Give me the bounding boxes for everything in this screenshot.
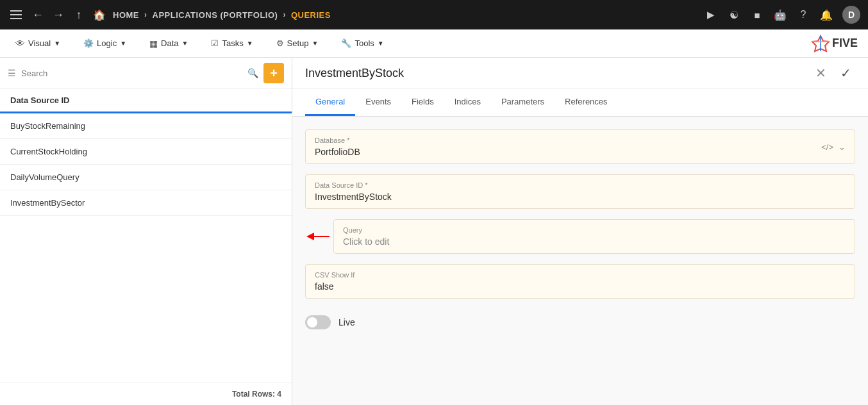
setup-chevron: ▼ [312,40,319,47]
csvshowif-field-box: CSV Show If false [305,264,855,299]
tools-chevron: ▼ [378,40,384,47]
hamburger-icon[interactable] [8,8,24,22]
code-icon[interactable]: </> [821,142,833,152]
live-label: Live [338,317,355,327]
tab-general[interactable]: General [305,89,355,116]
forward-icon[interactable]: → [51,8,65,22]
visual-icon: 👁 [15,38,25,49]
tasks-chevron: ▼ [247,40,253,47]
add-button[interactable]: + [263,63,284,83]
live-toggle[interactable] [305,315,331,329]
search-input[interactable] [21,69,242,78]
logic-icon: ⚙️ [83,38,94,48]
tab-events[interactable]: Events [355,89,401,116]
top-nav: ← → ↑ 🏠 HOME › APPLICATIONS (PORTFOLIO) … [0,0,868,29]
breadcrumb-applications[interactable]: APPLICATIONS (PORTFOLIO) [153,10,278,20]
csvshowif-label: CSV Show If [315,271,846,279]
setup-icon: ⚙ [276,38,284,48]
robot-icon[interactable]: 🤖 [773,8,787,22]
logic-chevron: ▼ [120,40,126,47]
database-value: PortfolioDB [315,147,360,157]
breadcrumb-chevron-2: › [283,10,286,19]
main-layout: ☰ 🔍 + Data Source ID BuyStockRemaining C… [0,58,868,405]
five-logo-icon [812,35,830,53]
menu-visual[interactable]: 👁 Visual ▼ [10,35,65,51]
content-area: InvestmentByStock ✕ ✓ General Events Fie… [292,58,868,405]
content-header: InvestmentByStock ✕ ✓ [292,58,868,89]
csvshowif-field: CSV Show If false [305,264,855,299]
datasourceid-value: InvestmentByStock [315,192,392,202]
query-click-hint[interactable]: Click to edit [343,236,389,247]
filter-icon: ☰ [8,68,16,78]
menu-tasks[interactable]: ☑ Tasks ▼ [206,36,258,51]
visual-chevron: ▼ [54,40,60,47]
tab-references[interactable]: References [555,89,617,116]
content-header-actions: ✕ ✓ [812,64,855,82]
menu-bar: 👁 Visual ▼ ⚙️ Logic ▼ ▦ Data ▼ ☑ Tasks ▼… [0,29,868,58]
list-item[interactable]: CurrentStockHolding [0,139,292,165]
live-row: Live [305,309,855,336]
database-field: Database * PortfolioDB </> ⌄ [305,129,855,164]
tools-icon: 🔧 [341,38,351,48]
menu-logic[interactable]: ⚙️ Logic ▼ [78,36,131,51]
query-field-row: Query Click to edit [305,219,855,254]
list-item[interactable]: BuyStockRemaining [0,113,292,139]
data-chevron: ▼ [182,40,188,47]
five-brand-text: FIVE [832,37,858,50]
content-title: InvestmentByStock [305,67,804,80]
form-area: Database * PortfolioDB </> ⌄ Data Source… [292,117,868,405]
back-icon[interactable]: ← [31,8,45,22]
toggle-slider [305,315,331,329]
dropdown-icon[interactable]: ⌄ [839,142,846,152]
database-field-box: Database * PortfolioDB </> ⌄ [305,129,855,164]
list-item[interactable]: DailyVolumeQuery [0,165,292,190]
breadcrumb: HOME › APPLICATIONS (PORTFOLIO) › QUERIE… [113,10,331,20]
bell-icon[interactable]: 🔔 [819,8,833,22]
five-logo: FIVE [812,35,858,53]
datasourceid-field: Data Source ID * InvestmentByStock [305,174,855,209]
datasourceid-label: Data Source ID * [315,181,846,189]
datasourceid-field-box: Data Source ID * InvestmentByStock [305,174,855,209]
tabs: General Events Fields Indices Parameters… [292,89,868,117]
database-label: Database * [315,136,360,144]
query-arrow-container [305,227,331,246]
refresh-icon[interactable]: ☯ [727,8,741,22]
list-item[interactable]: InvestmentBySector [0,190,292,216]
menu-setup[interactable]: ⚙ Setup ▼ [271,36,324,51]
query-red-arrow [305,227,331,246]
menu-bar-left: 👁 Visual ▼ ⚙️ Logic ▼ ▦ Data ▼ ☑ Tasks ▼… [10,35,389,51]
menu-tools[interactable]: 🔧 Tools ▼ [336,36,388,51]
stop-icon[interactable]: ■ [750,8,764,22]
help-icon[interactable]: ? [796,8,810,22]
play-icon[interactable]: ▶ [704,8,718,22]
nav-left: ← → ↑ 🏠 HOME › APPLICATIONS (PORTFOLIO) … [8,8,699,22]
search-icon[interactable]: 🔍 [247,68,258,78]
sidebar-header: ☰ 🔍 + [0,58,292,89]
data-icon: ▦ [149,38,158,49]
breadcrumb-chevron-1: › [144,10,147,19]
tasks-icon: ☑ [211,38,219,48]
up-icon[interactable]: ↑ [72,8,86,22]
database-field-actions: </> ⌄ [821,142,846,152]
query-label: Query [343,226,846,234]
query-field-box[interactable]: Query Click to edit [333,219,855,254]
breadcrumb-home[interactable]: HOME [113,10,139,20]
csvshowif-value: false [315,281,334,292]
sidebar-col-header: Data Source ID [0,89,292,113]
tab-fields[interactable]: Fields [401,89,444,116]
user-avatar[interactable]: D [842,6,860,24]
sidebar-footer: Total Rows: 4 [0,383,292,405]
nav-right: ▶ ☯ ■ 🤖 ? 🔔 D [704,6,860,24]
home-icon[interactable]: 🏠 [92,8,106,22]
breadcrumb-queries[interactable]: QUERIES [291,10,331,20]
tab-parameters[interactable]: Parameters [491,89,555,116]
close-button[interactable]: ✕ [812,64,830,82]
confirm-button[interactable]: ✓ [837,64,855,82]
tab-indices[interactable]: Indices [444,89,491,116]
sidebar: ☰ 🔍 + Data Source ID BuyStockRemaining C… [0,58,292,405]
menu-data[interactable]: ▦ Data ▼ [144,36,193,51]
